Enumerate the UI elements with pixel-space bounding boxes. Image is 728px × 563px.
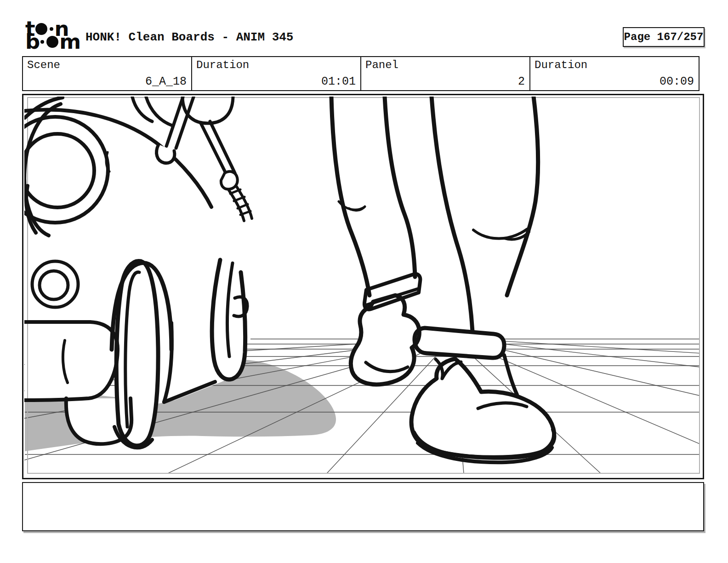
duration-cell: Duration 01:01 [191, 56, 361, 91]
panel-value: 2 [518, 75, 525, 88]
logo-dot-small-icon [50, 27, 53, 31]
scene-label: Scene [27, 59, 60, 71]
document-title: HONK! Clean Boards - ANIM 345 [85, 30, 293, 44]
duration-label: Duration [196, 59, 249, 71]
logo-row-boom: b m [25, 35, 80, 48]
logo-letter: m [59, 35, 80, 48]
logo-dot-small-icon [40, 40, 44, 44]
logo-dot-large-icon [46, 36, 58, 48]
logo-letter: b [25, 35, 39, 48]
shot-info-table: Scene 6_A_18 Duration 01:01 Panel 2 Dura… [22, 56, 700, 91]
panel-cell: Panel 2 [360, 56, 530, 91]
scene-cell: Scene 6_A_18 [22, 56, 192, 91]
panel-duration-cell: Duration 00:09 [529, 56, 700, 91]
panel-label: Panel [365, 59, 398, 71]
storyboard-page: t n b m HONK! Clean Boards - ANIM 345 Pa… [0, 0, 728, 563]
storyboard-drawing [23, 95, 703, 478]
panel-duration-value: 00:09 [660, 75, 694, 88]
toonboom-logo: t n b m [25, 22, 80, 48]
storyboard-panel [22, 94, 704, 479]
page-number-badge: Page 167/257 [623, 27, 705, 47]
scene-value: 6_A_18 [145, 75, 187, 88]
duration-value: 01:01 [321, 75, 356, 88]
caption-box [22, 482, 704, 531]
panel-duration-label: Duration [535, 59, 587, 71]
